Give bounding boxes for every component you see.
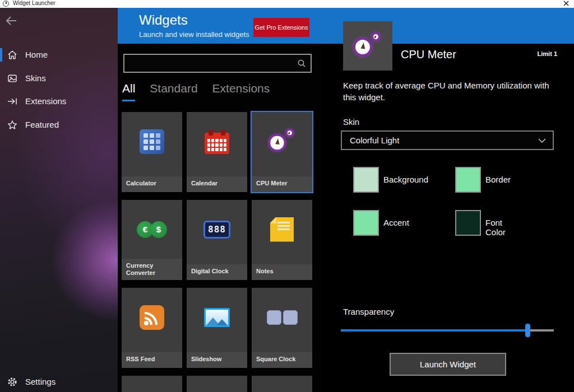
close-icon[interactable] [563, 0, 570, 7]
background-color-swatch[interactable] [353, 167, 379, 193]
chevron-down-icon [538, 138, 546, 143]
app-icon [3, 1, 9, 7]
sidebar: Home Skins Extensions Featured [0, 8, 118, 392]
skin-dropdown[interactable]: Colorful Light [341, 130, 554, 150]
library-tabs: All Standard Extensions [122, 82, 270, 101]
page-title: Widgets [139, 12, 188, 28]
image-icon [7, 73, 18, 84]
widget-tile-label: Digital Clock [187, 264, 247, 280]
page-subtitle: Launch and view installed widgets [139, 30, 249, 39]
widget-tile-label: Calendar [187, 176, 247, 192]
cpu-meter-icon [265, 126, 299, 157]
rss-icon [140, 305, 164, 330]
search-icon[interactable] [297, 59, 306, 68]
widget-tile-label: Slideshow [187, 352, 247, 368]
widget-tile-rss-feed[interactable]: RSS Feed [122, 288, 182, 368]
search-input[interactable] [128, 55, 293, 72]
notes-icon [270, 217, 294, 242]
get-pro-extensions-button[interactable]: Get Pro Extensions [253, 18, 309, 37]
sidebar-item-label: Home [25, 46, 48, 63]
widget-tile-calculator[interactable]: Calculator [122, 112, 182, 192]
swatch-label: Accent [383, 218, 409, 227]
widget-tile-label: Currency Converter [122, 259, 182, 280]
sidebar-item-label: Skins [25, 70, 46, 87]
sidebar-item-home[interactable]: Home [0, 46, 118, 63]
sidebar-item-label: Featured [25, 116, 59, 133]
widget-tile-label: Calculator [122, 176, 182, 192]
skin-dropdown-value: Colorful Light [350, 136, 399, 145]
tab-extensions[interactable]: Extensions [212, 82, 270, 101]
widget-library-panel: All Standard Extensions Calculator Calen… [118, 44, 321, 392]
font-color-swatch[interactable] [455, 210, 481, 236]
accent-color-swatch[interactable] [353, 210, 379, 236]
sidebar-item-label: Extensions [25, 93, 66, 110]
skin-label: Skin [343, 117, 359, 127]
detail-description: Keep track of average CPU and Memory uti… [343, 80, 556, 103]
star-icon [7, 119, 18, 130]
widget-tile-notes[interactable]: Notes [252, 200, 312, 280]
widget-tile-label: Square Clock [252, 352, 312, 368]
limit-badge: Limit 1 [538, 50, 557, 57]
swatch-label: Border [485, 175, 511, 184]
widget-tile-currency-converter[interactable]: €$ Currency Converter [122, 200, 182, 280]
widget-tile-partial[interactable] [187, 376, 247, 392]
swatch-label: Background [383, 175, 428, 184]
sidebar-item-skins[interactable]: Skins [0, 70, 118, 87]
back-icon[interactable] [5, 15, 17, 26]
sidebar-item-settings[interactable]: Settings [0, 374, 118, 390]
sidebar-item-extensions[interactable]: Extensions [0, 93, 118, 110]
home-icon [7, 49, 18, 60]
transparency-fill [341, 329, 528, 332]
square-clock-icon [267, 310, 298, 325]
widget-tile-slideshow[interactable]: Slideshow [187, 288, 247, 368]
widget-tile-calendar[interactable]: Calendar [187, 112, 247, 192]
currency-converter-icon: €$ [137, 221, 167, 238]
calculator-icon [140, 129, 164, 154]
swatch-label: Font Color [485, 218, 506, 237]
transparency-label: Transparency [343, 307, 394, 316]
widget-detail-panel: CPU Meter Limit 1 Keep track of average … [321, 44, 574, 392]
window-title: Widget Launcher [13, 0, 55, 7]
cpu-meter-icon [350, 30, 386, 62]
widget-launcher-window: Widget Launcher Home Skins [0, 0, 574, 392]
calendar-icon [205, 133, 229, 154]
launch-widget-button[interactable]: Launch Widget [390, 353, 506, 376]
widget-tile-label: Notes [252, 264, 312, 280]
sidebar-item-label: Settings [25, 374, 55, 390]
search-box [123, 54, 312, 73]
widget-tile-label: RSS Feed [122, 352, 182, 368]
titlebar: Widget Launcher [0, 0, 574, 8]
selected-widget-icon-tile [343, 21, 392, 71]
widget-tile-partial[interactable] [252, 376, 312, 392]
tab-standard[interactable]: Standard [150, 82, 197, 101]
transparency-slider[interactable] [341, 324, 554, 337]
arrow-import-icon [7, 96, 18, 107]
widget-tile-digital-clock[interactable]: 888 Digital Clock [187, 200, 247, 280]
transparency-thumb[interactable] [525, 324, 530, 337]
widget-grid: Calculator Calendar CPU Meter €$ Currenc… [122, 112, 312, 392]
gear-icon [7, 376, 18, 388]
tab-all[interactable]: All [122, 82, 135, 101]
detail-title: CPU Meter [401, 48, 456, 61]
widget-tile-square-clock[interactable]: Square Clock [252, 288, 312, 368]
widget-tile-cpu-meter[interactable]: CPU Meter [252, 112, 312, 192]
slideshow-icon [204, 308, 230, 327]
selection-accent-bar [0, 48, 2, 62]
digital-clock-icon: 888 [203, 221, 230, 239]
border-color-swatch[interactable] [455, 167, 481, 193]
widget-tile-partial[interactable] [122, 376, 182, 392]
widget-tile-label: CPU Meter [252, 176, 312, 192]
sidebar-item-featured[interactable]: Featured [0, 116, 118, 133]
